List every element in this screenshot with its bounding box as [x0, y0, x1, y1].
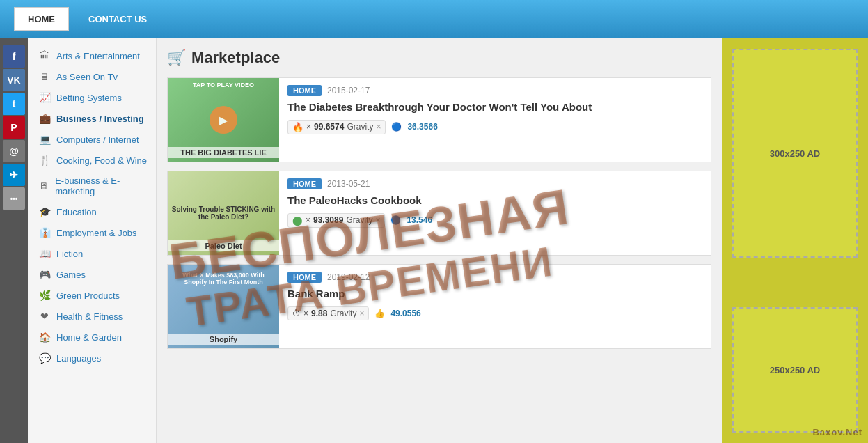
- sidebar-item-green[interactable]: 🌿 Green Products: [28, 285, 156, 306]
- product-meta-2: HOME 2013-05-21: [287, 178, 702, 189]
- product-meta-1: HOME 2015-02-17: [287, 85, 702, 96]
- cooking-icon: 🍴: [38, 155, 51, 166]
- gravity-label-2: Gravity: [346, 215, 372, 225]
- gravity-x-3: ×: [303, 309, 308, 318]
- health-label: Health & Fitness: [56, 311, 123, 322]
- fiction-label: Fiction: [56, 249, 83, 259]
- clock-icon-3: ⏱: [292, 309, 301, 318]
- score-icon-1: 🔵: [391, 122, 402, 132]
- betting-icon: 📈: [38, 92, 51, 103]
- pinterest-icon[interactable]: P: [3, 116, 25, 139]
- gravity-close-1[interactable]: ×: [376, 122, 381, 132]
- home-button[interactable]: HOME: [14, 7, 69, 31]
- games-icon: 🎮: [38, 269, 51, 280]
- education-label: Education: [56, 207, 97, 217]
- gravity-val-3: 9.88: [311, 309, 327, 318]
- twitter-icon[interactable]: t: [3, 93, 25, 115]
- education-icon: 🎓: [38, 206, 51, 217]
- sidebar-item-employment[interactable]: 👔 Employment & Jobs: [28, 222, 156, 243]
- gravity-close-3[interactable]: ×: [359, 309, 364, 318]
- content-area: 🛒 Marketplace TAP TO PLAY VIDEO ▶ THE BI…: [157, 38, 722, 443]
- employment-label: Employment & Jobs: [56, 228, 137, 238]
- score-val-2: 13.546: [407, 215, 432, 225]
- product-info-2: HOME 2013-05-21 The PaleoHacks Cookbook …: [279, 171, 711, 255]
- sidebar-item-business[interactable]: 💼 Business / Investing: [28, 108, 156, 129]
- ad-block-top[interactable]: 300x250 AD: [732, 49, 858, 258]
- vk-icon[interactable]: VK: [3, 69, 25, 91]
- social-sidebar: f VK t P @ ✈ •••: [0, 38, 28, 443]
- sidebar-item-home-garden[interactable]: 🏠 Home & Garden: [28, 327, 156, 348]
- product-title-1[interactable]: The Diabetes Breakthrough Your Doctor Wo…: [287, 100, 702, 114]
- email-icon[interactable]: @: [3, 140, 25, 162]
- product-stats-2: ⬤ × 93.3089 Gravity × 🔵 13.546: [287, 213, 702, 228]
- ad-sidebar: 300x250 AD 250x250 AD Baxov.Net: [722, 38, 868, 443]
- languages-icon: 💬: [38, 352, 51, 364]
- product-date-3: 2019-02-12: [327, 272, 370, 282]
- business-icon: 💼: [38, 113, 51, 124]
- sidebar-item-computers[interactable]: 💻 Computers / Internet: [28, 129, 156, 150]
- product-date-2: 2013-05-21: [327, 179, 370, 189]
- ebusiness-label: E-business & E-marketing: [55, 176, 149, 196]
- product-thumb-3[interactable]: What X Makes $83,000 With Shopify In The…: [168, 265, 279, 348]
- score-icon-3: 👍: [374, 309, 385, 318]
- cart-icon: 🛒: [167, 49, 186, 67]
- product-thumb-1[interactable]: TAP TO PLAY VIDEO ▶ THE BIG DIABETES LIE: [168, 78, 279, 162]
- fiction-icon: 📖: [38, 248, 51, 259]
- product-title-3[interactable]: Bank Ramp: [287, 287, 702, 301]
- gravity-badge-2: ⬤ × 93.3089 Gravity ×: [287, 213, 385, 228]
- business-label: Business / Investing: [56, 114, 144, 124]
- betting-label: Betting Systems: [56, 93, 122, 103]
- thumb-label-1: THE BIG DIABETES LIE: [168, 147, 279, 158]
- marketplace-header: 🛒 Marketplace: [167, 49, 711, 67]
- product-title-2[interactable]: The PaleoHacks Cookbook: [287, 194, 702, 208]
- tv-label: As Seen On Tv: [56, 72, 118, 82]
- telegram-icon[interactable]: ✈: [3, 164, 25, 186]
- thumb-label-2: Paleo Diet: [168, 240, 279, 251]
- green-icon: 🌿: [38, 290, 51, 301]
- score-val-3: 49.0556: [390, 309, 420, 318]
- gravity-label-1: Gravity: [347, 122, 373, 132]
- home-badge-3: HOME: [287, 272, 322, 283]
- fire-icon-1: 🔥: [292, 122, 303, 132]
- sidebar-item-education[interactable]: 🎓 Education: [28, 201, 156, 222]
- product-card-2: Solving Trouble STICKING with the Paleo …: [167, 171, 711, 256]
- cooking-label: Cooking, Food & Wine: [56, 155, 147, 166]
- gravity-val-1: 99.6574: [314, 122, 344, 132]
- sidebar-item-health[interactable]: ❤ Health & Fitness: [28, 306, 156, 327]
- category-sidebar: 🏛 Arts & Entertainment 🖥 As Seen On Tv 📈…: [28, 38, 157, 443]
- gravity-badge-3: ⏱ × 9.88 Gravity ×: [287, 306, 369, 320]
- sidebar-item-tv[interactable]: 🖥 As Seen On Tv: [28, 66, 156, 87]
- sidebar-item-fiction[interactable]: 📖 Fiction: [28, 243, 156, 264]
- games-label: Games: [56, 270, 86, 280]
- ad-block-bottom[interactable]: 250x250 AD: [732, 307, 858, 433]
- sidebar-item-cooking[interactable]: 🍴 Cooking, Food & Wine: [28, 150, 156, 171]
- product-info-1: HOME 2015-02-17 The Diabetes Breakthroug…: [279, 78, 711, 162]
- facebook-icon[interactable]: f: [3, 45, 25, 68]
- home-garden-label: Home & Garden: [56, 332, 122, 343]
- top-navigation: HOME CONTACT US: [0, 0, 868, 38]
- arts-icon: 🏛: [38, 50, 51, 61]
- score-val-1: 36.3566: [407, 122, 437, 132]
- green-icon-2: ⬤: [292, 215, 303, 226]
- languages-label: Languages: [56, 353, 101, 364]
- gravity-badge-1: 🔥 × 99.6574 Gravity ×: [287, 120, 386, 134]
- more-social-icon[interactable]: •••: [3, 187, 25, 210]
- home-garden-icon: 🏠: [38, 332, 51, 343]
- sidebar-item-arts[interactable]: 🏛 Arts & Entertainment: [28, 45, 156, 66]
- green-label: Green Products: [56, 290, 120, 301]
- product-thumb-2[interactable]: Solving Trouble STICKING with the Paleo …: [168, 171, 279, 255]
- sidebar-item-ebusiness[interactable]: 🖥 E-business & E-marketing: [28, 171, 156, 201]
- sidebar-item-games[interactable]: 🎮 Games: [28, 264, 156, 285]
- sidebar-item-languages[interactable]: 💬 Languages: [28, 348, 156, 368]
- health-icon: ❤: [38, 311, 51, 322]
- employment-icon: 👔: [38, 227, 51, 238]
- computers-icon: 💻: [38, 134, 51, 145]
- product-card-1: TAP TO PLAY VIDEO ▶ THE BIG DIABETES LIE…: [167, 77, 711, 162]
- gravity-val-2: 93.3089: [313, 215, 343, 225]
- marketplace-title: Marketplace: [191, 49, 280, 67]
- contact-button[interactable]: CONTACT US: [76, 8, 159, 30]
- ebusiness-icon: 🖥: [38, 180, 49, 192]
- gravity-close-2[interactable]: ×: [375, 215, 380, 225]
- gravity-label-3: Gravity: [330, 309, 356, 318]
- sidebar-item-betting[interactable]: 📈 Betting Systems: [28, 87, 156, 108]
